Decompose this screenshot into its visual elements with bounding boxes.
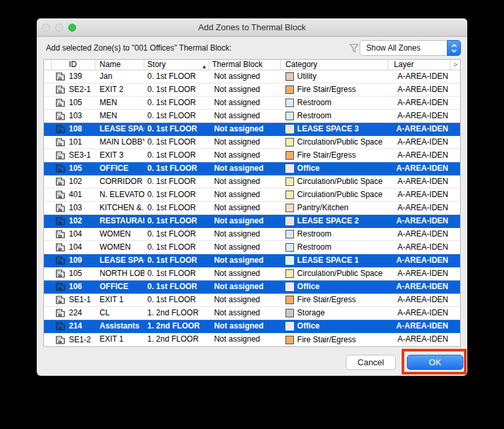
row-end-spacer <box>451 281 460 293</box>
funnel-filter-icon <box>349 43 359 53</box>
zone-category: Circulation/Public Space <box>297 175 383 188</box>
chevron-up-down-icon <box>447 40 461 56</box>
row-id-cell: 139 <box>52 70 95 83</box>
zone-category: LEASE SPACE 1 <box>297 254 359 267</box>
row-id-cell: 105 <box>52 97 95 109</box>
table-row[interactable]: 102 CORRIDOR 0. 1st FLOOR Not assigned C… <box>44 175 460 189</box>
zone-thermal-block: Not assigned <box>209 83 281 96</box>
zone-name: RESTAURAN... <box>95 215 144 227</box>
table-row[interactable]: 224 CL 1. 2nd FLOOR Not assigned Storage… <box>44 307 460 320</box>
zone-stamp-icon <box>56 112 65 120</box>
zone-category-cell: LEASE SPACE 2 <box>281 215 388 227</box>
zone-thermal-block: Not assigned <box>209 333 281 346</box>
table-row[interactable]: SE3-1 EXIT 3 0. 1st FLOOR Not assigned F… <box>44 149 460 162</box>
zone-category-cell: Office <box>281 281 388 293</box>
row-spacer-cell <box>44 307 52 319</box>
table-row[interactable]: SE1-1 EXIT 1 0. 1st FLOOR Not assigned F… <box>44 294 460 307</box>
row-id-cell: 105 <box>52 162 95 175</box>
table-row[interactable]: 104 WOMEN 0. 1st FLOOR Not assigned Rest… <box>44 228 460 241</box>
category-color-swatch <box>285 112 294 120</box>
table-row[interactable]: 139 Jan 0. 1st FLOOR Not assigned Utilit… <box>44 70 460 83</box>
column-header-icon[interactable] <box>44 60 52 70</box>
row-spacer-cell <box>44 320 52 332</box>
zone-name: N. ELEVATO... <box>95 189 144 201</box>
row-end-spacer <box>451 162 460 175</box>
zone-layer: A-AREA-IDEN <box>388 162 451 175</box>
zones-filter-dropdown-value: Show All Zones <box>366 43 421 53</box>
zones-filter-dropdown[interactable]: Show All Zones <box>360 40 461 56</box>
column-header-layer[interactable]: Layer <box>388 60 451 70</box>
table-row[interactable]: 102 RESTAURAN... 0. 1st FLOOR Not assign… <box>44 215 460 228</box>
zone-story: 0. 1st FLOOR <box>144 254 210 267</box>
zone-category-cell: Fire Stair/Egress <box>281 294 388 306</box>
more-columns-button[interactable]: > <box>451 60 460 70</box>
instruction-text: Add selected Zone(s) to "001 Offices" Th… <box>46 43 232 53</box>
zone-layer: A-AREA-IDEN <box>388 241 451 254</box>
table-row[interactable]: 103 KITCHEN &... 0. 1st FLOOR Not assign… <box>44 202 460 215</box>
zone-category: LEASE SPACE 3 <box>297 123 359 135</box>
zone-story: 0. 1st FLOOR <box>144 110 210 122</box>
zone-id: 104 <box>69 241 82 254</box>
table-row[interactable]: 103 MEN 0. 1st FLOOR Not assigned Restro… <box>44 110 460 123</box>
row-id-cell: 102 <box>52 175 95 188</box>
zone-stamp-icon <box>56 322 65 330</box>
zone-category-cell: Fire Stair/Egress <box>281 149 388 162</box>
zone-category: Office <box>297 320 320 332</box>
row-id-cell: SE2-1 <box>52 83 95 96</box>
row-spacer-cell <box>44 228 52 240</box>
row-id-cell: SE1-1 <box>52 294 95 306</box>
zone-layer: A-AREA-IDEN <box>388 294 451 306</box>
window-title: Add Zones to Thermal Block <box>37 18 467 37</box>
zone-stamp-icon <box>56 99 65 107</box>
zone-layer: A-AREA-IDEN <box>388 149 451 162</box>
zone-category-cell: Fire Stair/Egress <box>281 333 388 346</box>
zone-stamp-icon <box>56 282 65 291</box>
table-row[interactable]: 108 LEASE SPACE 0. 1st FLOOR Not assigne… <box>44 123 460 136</box>
column-header-thermal-block[interactable]: Thermal Block <box>209 60 281 70</box>
zone-story: 0. 1st FLOOR <box>144 294 210 306</box>
row-spacer-cell <box>44 281 52 293</box>
row-end-spacer <box>451 123 460 135</box>
table-row[interactable]: 105 OFFICE 0. 1st FLOOR Not assigned Off… <box>44 162 460 175</box>
zone-stamp-icon <box>56 177 65 186</box>
zone-category-cell: Circulation/Public Space <box>281 175 388 188</box>
column-header-id[interactable]: ID <box>52 60 95 70</box>
titlebar[interactable]: Add Zones to Thermal Block <box>37 18 467 37</box>
row-spacer-cell <box>44 294 52 306</box>
table-row[interactable]: 105 MEN 0. 1st FLOOR Not assigned Restro… <box>44 97 460 110</box>
category-color-swatch <box>285 72 294 81</box>
category-color-swatch <box>285 177 294 186</box>
zone-story: 0. 1st FLOOR <box>144 267 210 280</box>
table-row[interactable]: 109 LEASE SPACE 0. 1st FLOOR Not assigne… <box>44 254 460 267</box>
zone-category: Restroom <box>297 228 331 240</box>
cancel-button[interactable]: Cancel <box>346 355 396 370</box>
zone-layer: A-AREA-IDEN <box>388 70 451 83</box>
zone-name: CORRIDOR <box>95 175 144 188</box>
table-row[interactable]: 101 MAIN LOBBY 0. 1st FLOOR Not assigned… <box>44 136 460 149</box>
table-row[interactable]: SE1-2 EXIT 1 1. 2nd FLOOR Not assigned F… <box>44 333 460 346</box>
table-row[interactable]: 106 OFFICE 0. 1st FLOOR Not assigned Off… <box>44 281 460 294</box>
table-row[interactable]: 214 Assistants 1. 2nd FLOOR Not assigned… <box>44 320 460 333</box>
table-row[interactable]: 104 WOMEN 0. 1st FLOOR Not assigned Rest… <box>44 241 460 254</box>
zone-layer: A-AREA-IDEN <box>388 123 451 135</box>
column-header-name[interactable]: Name <box>95 60 144 70</box>
table-header-row: ID Name Story ▲ Thermal Block Category L… <box>44 60 460 70</box>
zone-category-cell: Restroom <box>281 228 388 240</box>
table-row[interactable]: SE2-1 EXIT 2 0. 1st FLOOR Not assigned F… <box>44 83 460 97</box>
zone-category: Office <box>297 162 320 175</box>
zone-id: SE1-2 <box>69 334 91 346</box>
table-row[interactable]: 401 N. ELEVATO... 0. 1st FLOOR Not assig… <box>44 189 460 202</box>
zone-story: 1. 2nd FLOOR <box>144 307 210 319</box>
ok-button[interactable]: OK <box>407 355 463 370</box>
zone-layer: A-AREA-IDEN <box>388 320 451 332</box>
zone-category-cell: Storage <box>281 307 388 319</box>
zone-layer: A-AREA-IDEN <box>388 307 451 319</box>
zone-story: 0. 1st FLOOR <box>144 241 210 254</box>
column-header-category[interactable]: Category <box>281 60 388 70</box>
column-header-story[interactable]: Story ▲ <box>144 60 210 70</box>
zone-category: Circulation/Public Space <box>297 136 383 148</box>
zone-stamp-icon <box>56 309 65 317</box>
zone-name: Assistants <box>95 320 144 332</box>
zone-story: 0. 1st FLOOR <box>144 123 210 135</box>
table-row[interactable]: 105 NORTH LOB... 0. 1st FLOOR Not assign… <box>44 267 460 281</box>
